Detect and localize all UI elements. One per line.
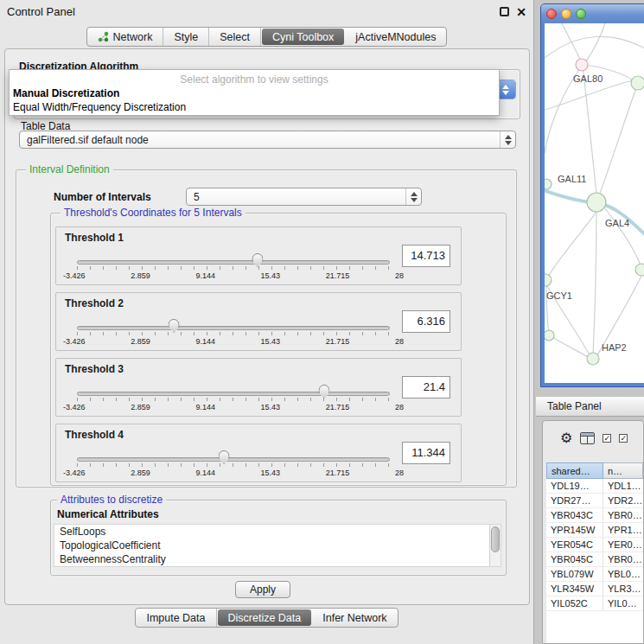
slider-thumb[interactable] bbox=[318, 385, 329, 399]
scale-label: 15.43 bbox=[261, 469, 281, 477]
table-data-combobox[interactable]: galFiltered.sif default node bbox=[19, 131, 516, 149]
tab-style-label: Style bbox=[174, 31, 198, 43]
combobox-stepper-icon[interactable] bbox=[500, 131, 515, 148]
tab-network[interactable]: Network bbox=[87, 28, 164, 46]
close-icon[interactable]: ✕ bbox=[516, 5, 526, 19]
gear-icon[interactable]: ⚙ bbox=[560, 431, 572, 445]
slider-tick-marks bbox=[77, 463, 390, 467]
cell[interactable]: YPR1… bbox=[603, 523, 643, 537]
node-right[interactable] bbox=[635, 264, 644, 276]
bottom-tab-row: Impute Data Discretize Data Infer Networ… bbox=[0, 608, 533, 628]
checkbox-icon[interactable]: ✓ bbox=[603, 434, 611, 443]
tab-jactivemnodules[interactable]: jActiveMNodules bbox=[345, 28, 446, 46]
cell[interactable]: YBL079W bbox=[546, 567, 603, 581]
dropdown-item-manual-discretization[interactable]: Manual Discretization bbox=[13, 87, 119, 99]
scale-label: 2.859 bbox=[131, 271, 150, 280]
cell[interactable]: YER0… bbox=[603, 538, 643, 552]
threshold-4-slider[interactable]: -3.426 2.859 9.144 15.43 21.715 28 bbox=[77, 450, 390, 481]
minimize-traffic-light-icon[interactable] bbox=[561, 9, 571, 19]
node-gal80[interactable] bbox=[576, 59, 588, 71]
list-item[interactable]: BetweennessCentrality bbox=[54, 552, 501, 566]
dropdown-item-equal-width-frequency[interactable]: Equal Width/Frequency Discretization bbox=[13, 101, 186, 113]
cell[interactable]: YER054C bbox=[546, 538, 603, 552]
slider-thumb[interactable] bbox=[252, 253, 263, 267]
cell[interactable]: YBR0… bbox=[603, 508, 643, 522]
checkbox-icon[interactable]: ✓ bbox=[619, 434, 628, 443]
scrollbar-thumb[interactable] bbox=[491, 526, 500, 552]
list-item[interactable]: TopologicalCoefficient bbox=[54, 539, 501, 552]
table-row[interactable]: YIL052CYIL0… bbox=[546, 596, 643, 611]
apply-button[interactable]: Apply bbox=[235, 581, 290, 598]
table-row[interactable]: YER054CYER0… bbox=[546, 538, 643, 552]
node-small[interactable] bbox=[545, 330, 554, 341]
node-gal4[interactable] bbox=[587, 193, 606, 212]
table-row[interactable]: YDR27…YDR2… bbox=[546, 494, 643, 508]
scale-label: 2.859 bbox=[131, 403, 150, 411]
tab-style[interactable]: Style bbox=[163, 28, 209, 46]
cell[interactable]: YDL1… bbox=[603, 479, 643, 493]
node-hap2[interactable] bbox=[587, 353, 599, 365]
network-window-titlebar[interactable] bbox=[541, 4, 644, 23]
tab-cyni-toolbox[interactable]: Cyni Toolbox bbox=[262, 29, 344, 45]
bottom-tabstrip: Impute Data Discretize Data Infer Networ… bbox=[135, 608, 398, 628]
number-of-intervals-combobox[interactable]: 5 bbox=[186, 188, 422, 206]
scale-label: 28 bbox=[395, 403, 404, 411]
cell[interactable]: YLR3… bbox=[603, 582, 643, 596]
threshold-2-slider[interactable]: -3.426 2.859 9.144 15.43 21.715 28 bbox=[77, 319, 390, 350]
slider-thumb[interactable] bbox=[169, 319, 180, 333]
cell[interactable]: YBR043C bbox=[546, 508, 603, 522]
threshold-3-slider[interactable]: -3.426 2.859 9.144 15.43 21.715 28 bbox=[77, 385, 390, 416]
cell[interactable]: YIL052C bbox=[546, 596, 603, 610]
table-row[interactable]: YPR145WYPR1… bbox=[546, 523, 643, 538]
cell[interactable]: YBR045C bbox=[546, 552, 603, 566]
threshold-2-value-field[interactable]: 6.316 bbox=[402, 310, 450, 333]
zoom-traffic-light-icon[interactable] bbox=[576, 9, 586, 19]
table-row[interactable]: YBR045CYBR0… bbox=[546, 552, 643, 567]
column-header-name[interactable]: n… bbox=[603, 462, 643, 479]
threshold-4-value-field[interactable]: 11.344 bbox=[402, 442, 450, 464]
cyni-content-panel: Discretization Algorithm Table Data galF… bbox=[4, 48, 530, 605]
numerical-attributes-list[interactable]: SelfLoops TopologicalCoefficient Between… bbox=[54, 524, 501, 567]
combobox-stepper-icon[interactable] bbox=[405, 188, 421, 205]
slider-scale-labels: -3.426 2.859 9.144 15.43 21.715 28 bbox=[63, 337, 404, 346]
cell[interactable]: YBL0… bbox=[603, 567, 643, 581]
cell[interactable]: YBR0… bbox=[603, 552, 643, 566]
scale-label: 28 bbox=[395, 469, 404, 477]
node-gcy1[interactable] bbox=[545, 274, 552, 286]
cell[interactable]: YDR2… bbox=[603, 494, 643, 507]
slider-track[interactable] bbox=[77, 326, 390, 330]
column-header-shared-name[interactable]: shared… bbox=[546, 462, 603, 479]
scale-label: 15.43 bbox=[261, 271, 281, 280]
scale-label: 15.43 bbox=[261, 403, 281, 411]
slider-thumb[interactable] bbox=[219, 450, 230, 464]
scale-label: -3.426 bbox=[63, 337, 86, 346]
cell[interactable]: YPR145W bbox=[546, 523, 603, 537]
cell[interactable]: YIL0… bbox=[603, 596, 643, 610]
tab-discretize-data[interactable]: Discretize Data bbox=[218, 609, 312, 626]
cell[interactable]: YDL19… bbox=[546, 479, 603, 493]
table-row[interactable]: YDL19…YDL1… bbox=[546, 479, 643, 494]
cell[interactable]: YDR27… bbox=[546, 494, 603, 507]
threshold-1-slider[interactable]: -3.426 2.859 9.144 15.43 21.715 28 bbox=[77, 253, 390, 284]
table-row[interactable]: YLR345WYLR3… bbox=[546, 582, 643, 596]
table-row[interactable]: YBL079WYBL0… bbox=[546, 567, 643, 582]
float-window-icon[interactable] bbox=[500, 7, 509, 16]
tab-select[interactable]: Select bbox=[209, 28, 261, 46]
column-browser-icon[interactable] bbox=[580, 432, 595, 444]
list-scrollbar[interactable] bbox=[489, 525, 501, 566]
tab-impute-data[interactable]: Impute Data bbox=[136, 609, 216, 627]
threshold-3-value-field[interactable]: 21.4 bbox=[402, 376, 450, 399]
slider-track[interactable] bbox=[77, 457, 390, 462]
node-selected[interactable] bbox=[631, 76, 644, 90]
tab-infer-network[interactable]: Infer Network bbox=[312, 609, 397, 627]
node-gal11[interactable] bbox=[545, 179, 552, 189]
table-row[interactable]: YBR043CYBR0… bbox=[546, 508, 643, 523]
threshold-1-value-field[interactable]: 14.713 bbox=[402, 245, 450, 267]
list-item[interactable]: SelfLoops bbox=[54, 525, 501, 539]
slider-track[interactable] bbox=[77, 260, 390, 265]
slider-track[interactable] bbox=[77, 392, 390, 396]
close-traffic-light-icon[interactable] bbox=[546, 9, 557, 19]
cell[interactable]: YLR345W bbox=[546, 582, 603, 596]
network-canvas[interactable]: GAL80 GAL11 GAL4 GCY1 HAP2 bbox=[545, 23, 644, 383]
table-body[interactable]: YDL19…YDL1… YDR27…YDR2… YBR043CYBR0… YPR… bbox=[546, 479, 643, 643]
